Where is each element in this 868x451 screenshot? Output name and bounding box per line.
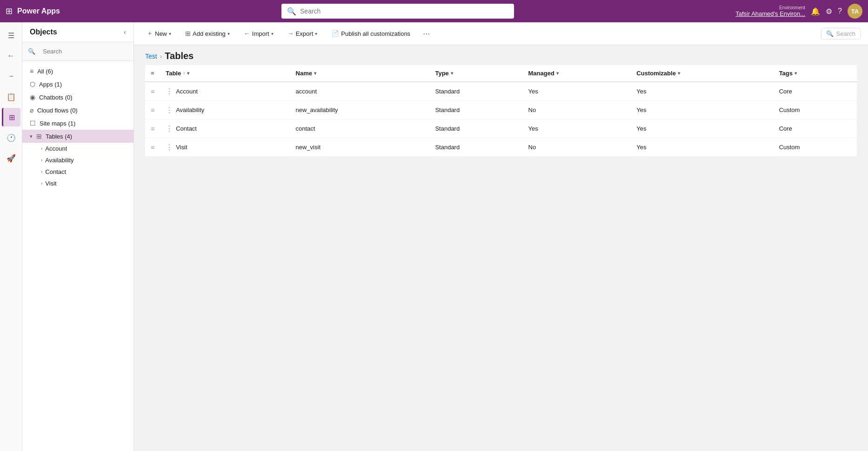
col-managed-filter-icon: ▾ <box>556 71 559 76</box>
add-existing-label: Add existing <box>193 30 226 37</box>
import-button[interactable]: ← Import ▾ <box>239 27 279 40</box>
top-search-container: 🔍 <box>281 4 514 19</box>
sidebar-btn-objects[interactable]: ⊞ <box>2 108 20 126</box>
row-table-cell: ⋮ Contact <box>160 119 290 138</box>
sidebar-item-all[interactable]: ≡ All (6) <box>22 65 134 78</box>
toolbar-search-icon: 🔍 <box>826 30 834 37</box>
add-existing-button[interactable]: ⊞ Add existing ▾ <box>180 27 235 40</box>
breadcrumb-current: Tables <box>165 51 194 61</box>
icon-sidebar: ☰ ← ··· 📋 ⊞ 🕐 🚀 <box>0 22 22 451</box>
publish-button[interactable]: 📄 Publish all customizations <box>326 27 415 40</box>
sidebar-item-apps[interactable]: ⬡ Apps (1) <box>22 78 134 91</box>
import-label: Import <box>252 30 269 37</box>
collapse-btn[interactable]: ‹ <box>124 28 126 36</box>
col-type-filter-icon: ▾ <box>451 71 453 76</box>
sidebar-btn-more[interactable]: ··· <box>2 67 20 86</box>
row-check-cell: ≡ <box>145 119 160 138</box>
sidebar-item-apps-label: Apps (1) <box>39 81 126 88</box>
row-menu-btn[interactable]: ⋮ <box>166 124 173 133</box>
table-row[interactable]: ≡ ⋮ Account account Standard Yes Yes Cor… <box>145 82 857 101</box>
col-table-header[interactable]: Table ↑ ▾ <box>160 65 290 82</box>
col-type-label: Type <box>435 70 448 77</box>
avatar[interactable]: TA <box>848 4 862 19</box>
col-managed-header[interactable]: Managed ▾ <box>523 65 631 82</box>
help-icon[interactable]: ? <box>838 7 842 15</box>
publish-label: Publish all customizations <box>341 30 410 37</box>
sidebar-subitem-availability-label: Availability <box>45 157 73 164</box>
sidebar-subitem-visit-label: Visit <box>45 180 56 187</box>
top-search-input[interactable] <box>300 7 508 15</box>
col-type-header[interactable]: Type ▾ <box>429 65 522 82</box>
col-name-filter-icon: ▾ <box>314 71 316 76</box>
sidebar-subitem-contact[interactable]: › Contact <box>22 166 134 178</box>
main-layout: ☰ ← ··· 📋 ⊞ 🕐 🚀 Objects ‹ 🔍 ≡ All (6) ⬡ … <box>0 22 868 451</box>
row-customizable-value: Yes <box>636 144 646 151</box>
waffle-icon[interactable]: ⊞ <box>6 6 13 16</box>
row-type-value: Standard <box>435 106 460 113</box>
search-icon: 🔍 <box>287 7 296 16</box>
notifications-icon[interactable]: 🔔 <box>811 7 820 16</box>
breadcrumb-parent[interactable]: Test <box>145 53 157 60</box>
row-check-cell: ≡ <box>145 101 160 119</box>
toolbar-search-right[interactable]: 🔍 Search <box>821 28 861 40</box>
row-table-cell: ⋮ Availability <box>160 101 290 119</box>
row-menu-btn[interactable]: ⋮ <box>166 87 173 96</box>
row-menu-btn[interactable]: ⋮ <box>166 143 173 152</box>
sidebar-btn-history[interactable]: 🕐 <box>2 128 20 147</box>
add-existing-chevron: ▾ <box>227 31 230 36</box>
sidebar-subitem-account[interactable]: › Account <box>22 143 134 154</box>
row-table-cell: ⋮ Account <box>160 82 290 101</box>
col-customizable-header[interactable]: Customizable ▾ <box>631 65 773 82</box>
import-icon: ← <box>244 30 250 37</box>
table-row[interactable]: ≡ ⋮ Contact contact Standard Yes Yes Cor… <box>145 119 857 138</box>
more-button[interactable]: ··· <box>419 27 434 40</box>
sidebar-btn-menu[interactable]: ☰ <box>2 26 20 45</box>
table-row[interactable]: ≡ ⋮ Visit new_visit Standard No Yes Cust… <box>145 138 857 157</box>
panel-search-input[interactable] <box>39 46 128 57</box>
availability-expand-icon: › <box>41 158 42 163</box>
sidebar-item-cloud-flows[interactable]: ⌀ Cloud flows (0) <box>22 104 134 117</box>
row-name-cell: account <box>290 82 430 101</box>
sidebar-btn-back[interactable]: ← <box>2 46 20 65</box>
row-customizable-value: Yes <box>636 125 646 132</box>
env-name[interactable]: Tafsir Ahamed's Environ... <box>735 10 805 17</box>
row-type-cell: Standard <box>429 82 522 101</box>
top-nav-right: Environment Tafsir Ahamed's Environ... 🔔… <box>735 4 862 19</box>
new-button[interactable]: ＋ New ▾ <box>141 26 176 41</box>
col-table-label: Table <box>166 70 181 77</box>
row-customizable-value: Yes <box>636 106 646 113</box>
sidebar-item-tables[interactable]: ▾ ⊞ Tables (4) <box>22 130 134 143</box>
settings-icon[interactable]: ⚙ <box>826 7 832 16</box>
col-tags-header[interactable]: Tags ▾ <box>774 65 857 82</box>
sidebar-item-site-maps[interactable]: ☐ Site maps (1) <box>22 117 134 130</box>
row-menu-btn[interactable]: ⋮ <box>166 106 173 114</box>
row-type-cell: Standard <box>429 138 522 157</box>
row-name-value: contact <box>296 125 315 132</box>
row-tags-cell: Custom <box>774 138 857 157</box>
col-select-header[interactable]: ≡ <box>145 65 160 82</box>
sidebar-item-all-label: All (6) <box>37 68 126 75</box>
col-name-header[interactable]: Name ▾ <box>290 65 430 82</box>
row-type-value: Standard <box>435 125 460 132</box>
top-nav: ⊞ Power Apps 🔍 Environment Tafsir Ahamed… <box>0 0 868 22</box>
new-label: New <box>155 30 167 37</box>
sidebar-item-chatbots[interactable]: ◉ Chatbots (0) <box>22 91 134 104</box>
sidebar-btn-bookmark[interactable]: 📋 <box>2 87 20 106</box>
panel-title: Objects <box>30 28 57 36</box>
sidebar-subitem-visit[interactable]: › Visit <box>22 178 134 189</box>
sidebar-btn-publish[interactable]: 🚀 <box>2 149 20 167</box>
col-customizable-label: Customizable <box>636 70 676 77</box>
sidebar-subitem-availability[interactable]: › Availability <box>22 154 134 166</box>
site-maps-icon: ☐ <box>30 119 36 127</box>
env-label: Environment <box>779 5 805 10</box>
table-row[interactable]: ≡ ⋮ Availability new_availability Standa… <box>145 101 857 119</box>
toolbar: ＋ New ▾ ⊞ Add existing ▾ ← Import ▾ → Ex… <box>134 22 868 45</box>
app-name: Power Apps <box>17 7 60 15</box>
top-nav-left: ⊞ Power Apps <box>6 6 60 16</box>
tables-expand-icon: ▾ <box>30 133 33 139</box>
row-tags-value: Core <box>779 125 792 132</box>
publish-icon: 📄 <box>331 30 339 37</box>
export-button[interactable]: → Export ▾ <box>282 27 323 40</box>
nav-tree: ≡ All (6) ⬡ Apps (1) ◉ Chatbots (0) ⌀ Cl… <box>22 61 134 451</box>
row-tags-value: Custom <box>779 106 800 113</box>
